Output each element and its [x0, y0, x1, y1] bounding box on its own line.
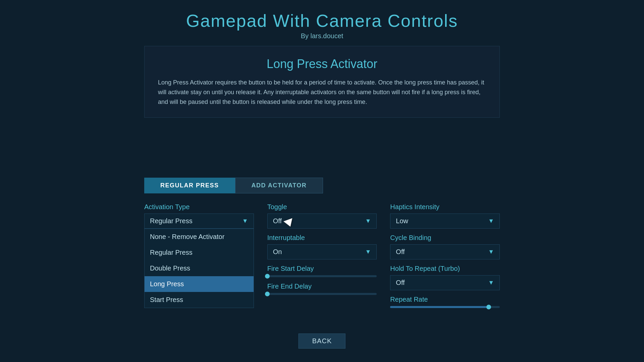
toggle-chevron: ▼	[365, 218, 371, 225]
page-title: Gamepad With Camera Controls	[0, 11, 644, 31]
controls-area: Activation Type Regular Press ▼ None - R…	[0, 198, 644, 308]
fire-start-delay-thumb[interactable]	[265, 274, 270, 279]
repeat-rate-label: Repeat Rate	[390, 296, 500, 303]
back-button-area: BACK	[299, 334, 345, 349]
tab-add-activator[interactable]: ADD ACTIVATOR	[235, 178, 323, 193]
repeat-rate-fill	[390, 306, 486, 308]
option-regular-press[interactable]: Regular Press	[145, 245, 254, 260]
option-long-press[interactable]: Long Press	[145, 276, 254, 292]
hold-to-repeat-label: Hold To Repeat (Turbo)	[390, 265, 500, 273]
tab-regular-press[interactable]: REGULAR PRESS	[144, 178, 235, 193]
cycle-binding-chevron: ▼	[488, 248, 494, 255]
cycle-binding-value: Off	[396, 248, 405, 256]
hold-to-repeat-chevron: ▼	[488, 279, 494, 286]
middle-column: Toggle Off ▼ Interruptable On ▼ Fire Sta…	[267, 198, 377, 308]
toggle-select[interactable]: Off ▼	[267, 214, 377, 229]
option-double-press[interactable]: Double Press	[145, 260, 254, 276]
toggle-label: Toggle	[267, 203, 377, 211]
back-button[interactable]: BACK	[299, 334, 345, 349]
haptics-intensity-select[interactable]: Low ▼	[390, 214, 500, 229]
section-title: Long Press Activator	[158, 57, 486, 71]
page-subtitle: By lars.doucet	[0, 32, 644, 40]
left-column: Activation Type Regular Press ▼ None - R…	[144, 198, 254, 308]
cycle-binding-select[interactable]: Off ▼	[390, 244, 500, 259]
option-none-remove-activator[interactable]: None - Remove Activator	[145, 229, 254, 245]
activation-type-label: Activation Type	[144, 203, 254, 211]
hold-to-repeat-value: Off	[396, 279, 405, 287]
activation-type-value: Regular Press	[150, 217, 193, 225]
interruptable-chevron: ▼	[365, 248, 371, 255]
fire-start-delay-slider[interactable]	[267, 275, 377, 277]
fire-end-delay-label: Fire End Delay	[267, 283, 377, 290]
activation-type-select[interactable]: Regular Press ▼	[144, 214, 254, 229]
page-title-area: Gamepad With Camera Controls By lars.dou…	[0, 0, 644, 43]
section-description: Long Press Activator requires the button…	[158, 78, 486, 107]
interruptable-value: On	[273, 248, 282, 256]
fire-start-delay-track	[267, 275, 377, 277]
fire-end-delay-track	[267, 293, 377, 295]
hold-to-repeat-select[interactable]: Off ▼	[390, 275, 500, 290]
main-content-box: Long Press Activator Long Press Activato…	[144, 46, 500, 118]
haptics-intensity-chevron: ▼	[488, 218, 494, 225]
haptics-intensity-label: Haptics Intensity	[390, 203, 500, 211]
repeat-rate-thumb[interactable]	[486, 305, 491, 309]
activation-type-dropdown: None - Remove Activator Regular Press Do…	[144, 229, 254, 308]
fire-end-delay-thumb[interactable]	[265, 292, 270, 296]
repeat-rate-track	[390, 306, 500, 308]
interruptable-label: Interruptable	[267, 234, 377, 242]
repeat-rate-slider[interactable]	[390, 306, 500, 308]
fire-end-delay-slider[interactable]	[267, 293, 377, 295]
option-start-press[interactable]: Start Press	[145, 292, 254, 308]
haptics-intensity-value: Low	[396, 217, 408, 225]
tabs-area: REGULAR PRESS ADD ACTIVATOR	[0, 178, 644, 193]
interruptable-select[interactable]: On ▼	[267, 244, 377, 259]
right-column: Haptics Intensity Low ▼ Cycle Binding Of…	[390, 198, 500, 308]
cycle-binding-label: Cycle Binding	[390, 234, 500, 242]
activation-type-dropdown-container: Regular Press ▼ None - Remove Activator …	[144, 214, 254, 229]
toggle-value: Off	[273, 217, 282, 225]
fire-start-delay-label: Fire Start Delay	[267, 265, 377, 273]
activation-type-chevron: ▼	[242, 218, 248, 225]
